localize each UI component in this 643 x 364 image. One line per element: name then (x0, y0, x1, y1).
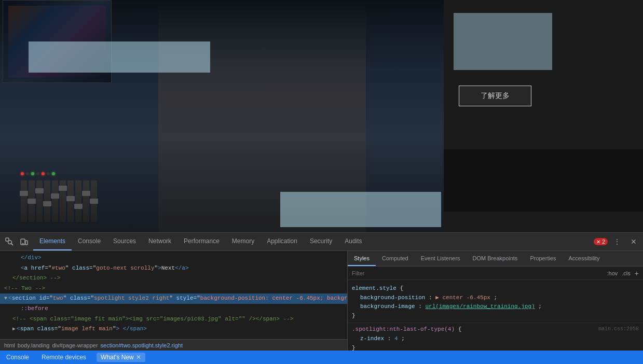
breadcrumb-html[interactable]: html (4, 342, 15, 348)
style-block-spotlight: .spotlight:nth-last-of-type(4) { main.cs… (348, 323, 643, 351)
tab-security[interactable]: Security (304, 233, 338, 250)
right-panel: 了解更多 (444, 0, 643, 232)
devtools-content: </div> <a href="#two" class="goto-next s… (0, 251, 643, 351)
style-prop-bgpos[interactable]: background-position (352, 295, 425, 301)
style-prop-zindex[interactable]: z-index (352, 335, 384, 342)
light-6 (47, 172, 50, 175)
inspect-element-button[interactable] (2, 234, 17, 249)
more-options-button[interactable]: ⋮ (610, 234, 624, 249)
learn-more-button[interactable]: 了解更多 (459, 86, 531, 106)
elements-panel: </div> <a href="#two" class="goto-next s… (0, 251, 348, 351)
code-line-selected[interactable]: ▼ <section id="two" class="spotlight sty… (0, 293, 347, 304)
tab-console[interactable]: Console (72, 233, 107, 250)
code-line-comment: <!-- <span class="image fit main"><img s… (0, 314, 347, 325)
tab-performance[interactable]: Performance (177, 233, 226, 250)
code-line-3: </section> --> (0, 273, 347, 284)
add-style-button[interactable]: + (635, 269, 639, 277)
light-2 (26, 172, 29, 175)
tab-memory[interactable]: Memory (226, 233, 261, 250)
styles-tab-properties[interactable]: Properties (524, 251, 562, 266)
bottom-tab-whats-new[interactable]: What's New ✕ (97, 353, 145, 362)
collapse-triangle[interactable]: ▶ (12, 325, 16, 333)
faders (21, 180, 97, 222)
styles-tab-event-listeners[interactable]: Event Listeners (415, 251, 467, 266)
close-whats-new-button[interactable]: ✕ (136, 354, 141, 361)
pseudo-classes-button[interactable]: :hov (607, 270, 618, 276)
devtools-panel: Elements Console Sources Network Perform… (0, 232, 643, 364)
breadcrumb-div[interactable]: div#page-wrapper (52, 342, 98, 348)
error-badge: ✕ 2 (594, 238, 608, 245)
light-1 (21, 172, 24, 175)
styles-filter-bar: :hov .cls + (348, 267, 643, 280)
style-val-bgpos: ▶ center -6.45px (435, 295, 490, 301)
style-prop-bgimg[interactable]: background-image (352, 303, 415, 310)
breadcrumb-body[interactable]: body.landing (18, 342, 50, 348)
style-selector-spotlight: .spotlight:nth-last-of-type(4) (352, 326, 455, 332)
svg-rect-4 (25, 241, 28, 245)
code-line-pseudo: ::before (0, 304, 347, 314)
device-toggle-button[interactable] (17, 234, 31, 249)
highlight-overlay-2 (280, 192, 441, 227)
bottom-tab-console[interactable]: Console (4, 353, 31, 362)
styles-tabs: Styles Computed Event Listeners DOM Brea… (348, 251, 643, 267)
breadcrumb-section[interactable]: section#two.spotlight.style2.right (101, 342, 183, 348)
breadcrumb-bar: html body.landing div#page-wrapper secti… (0, 339, 347, 351)
right-panel-image-placeholder (454, 13, 552, 70)
light-7 (52, 172, 55, 175)
main-image (0, 0, 444, 232)
highlight-overlay-1 (29, 41, 210, 73)
cls-button[interactable]: .cls (622, 270, 631, 276)
styles-tab-styles[interactable]: Styles (348, 251, 376, 266)
styles-filter-input[interactable] (352, 270, 603, 276)
light-4 (36, 172, 39, 175)
devtools-toolbar-right: ✕ 2 ⋮ ✕ (594, 234, 641, 249)
styles-tab-computed[interactable]: Computed (376, 251, 415, 266)
style-block-element: element.style { background-position : ▶ … (348, 282, 643, 323)
styles-tab-dom-breakpoints[interactable]: DOM Breakpoints (467, 251, 524, 266)
tab-network[interactable]: Network (142, 233, 177, 250)
styles-tab-accessibility[interactable]: Accessibility (563, 251, 606, 266)
light-3 (31, 172, 34, 175)
styles-content: element.style { background-position : ▶ … (348, 280, 643, 351)
light-5 (42, 172, 45, 175)
tab-audits[interactable]: Audits (338, 233, 368, 250)
tab-elements[interactable]: Elements (33, 233, 72, 250)
tab-sources[interactable]: Sources (107, 233, 142, 250)
style-val-zindex: 4 (394, 335, 398, 342)
bottom-tab-remote-devices[interactable]: Remote devices (39, 353, 88, 362)
style-origin: main.css:2958 (598, 325, 639, 333)
expand-triangle[interactable]: ▼ (4, 295, 7, 303)
styles-panel: Styles Computed Event Listeners DOM Brea… (348, 251, 643, 351)
close-devtools-button[interactable]: ✕ (626, 234, 641, 249)
style-selector-element: element.style (352, 285, 396, 291)
code-line-span: ▶ <span class="image left main"> </span> (0, 324, 347, 334)
elements-code: </div> <a href="#two" class="goto-next s… (0, 251, 347, 339)
tab-application[interactable]: Application (261, 233, 304, 250)
indicator-lights (21, 172, 55, 175)
code-line-2: <a href="#two" class="goto-next scrolly"… (0, 263, 347, 274)
bottom-bar: Console Remote devices What's New ✕ (0, 351, 643, 364)
right-text-area (444, 149, 643, 212)
devtools-toolbar: Elements Console Sources Network Perform… (0, 233, 643, 251)
devtools-tabs: Elements Console Sources Network Perform… (33, 233, 594, 250)
error-count: 2 (602, 239, 605, 245)
style-val-bgimg[interactable]: url(images/rainbow_training.jpg) (425, 303, 535, 310)
error-icon: ✕ (596, 239, 600, 245)
whats-new-label: What's New (101, 354, 134, 361)
webpage-content: 了解更多 (0, 0, 643, 232)
browser-viewport: 了解更多 (0, 0, 643, 232)
code-line-4: <!-- Two --> (0, 284, 347, 294)
code-line-1: </div> (0, 253, 347, 263)
